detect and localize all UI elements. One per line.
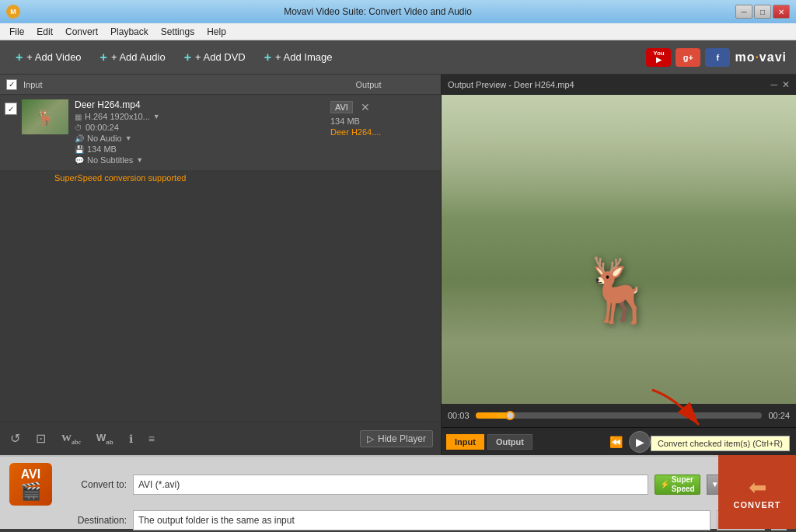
- file-audio: 🔊 No Audio ▼: [75, 134, 327, 143]
- audio-icon: 🔊: [75, 134, 84, 143]
- menu-bar: File Edit Convert Playback Settings Help: [0, 23, 796, 40]
- file-size: 💾 134 MB: [75, 144, 327, 154]
- preview-close-button[interactable]: ✕: [782, 79, 790, 90]
- file-format: ▦ H.264 1920x10... ▼: [75, 112, 327, 121]
- menu-settings[interactable]: Settings: [155, 25, 201, 39]
- menu-playback[interactable]: Playback: [104, 25, 155, 39]
- superspeed-label: SuperSpeed conversion supported: [0, 170, 441, 184]
- add-audio-button[interactable]: + + Add Audio: [94, 47, 172, 68]
- menu-file[interactable]: File: [3, 25, 30, 39]
- google-plus-button[interactable]: g+: [676, 48, 700, 67]
- time-end: 00:24: [768, 411, 790, 420]
- add-video-button[interactable]: + + Add Video: [9, 47, 88, 68]
- input-toggle-button[interactable]: Input: [446, 434, 484, 450]
- table-row: ✓ Deer H264.mp4 ▦ H.264 1920x10... ▼ ⏱ 0…: [0, 95, 441, 170]
- format-dropdown-arrow[interactable]: ▼: [153, 113, 160, 120]
- right-panel: Output Preview - Deer H264.mp4 ─ ✕ 🦌 00:…: [442, 75, 796, 455]
- clock-icon: ⏱: [75, 123, 82, 132]
- watermark-button[interactable]: Wabc: [59, 429, 83, 448]
- subtitle-dropdown-arrow[interactable]: ▼: [136, 156, 143, 164]
- info-button[interactable]: ℹ: [127, 430, 135, 447]
- output-format-badge: AVI: [330, 101, 353, 113]
- playback-controls: Input Output ⏪ ▶ ⏩ ⛶ 🔊: [442, 427, 796, 455]
- fog-overlay: [442, 95, 796, 218]
- facebook-button[interactable]: f: [705, 48, 730, 67]
- convert-button[interactable]: ⬅ CONVERT: [718, 455, 796, 529]
- video-frame: 🦌: [442, 95, 796, 404]
- rotate-button[interactable]: ↺: [8, 429, 23, 448]
- menu-convert[interactable]: Convert: [59, 25, 104, 39]
- file-name: Deer H264.mp4: [75, 99, 327, 110]
- timeline-bar[interactable]: [476, 412, 763, 419]
- menu-help[interactable]: Help: [201, 25, 232, 39]
- subtitle-button[interactable]: Wab: [94, 429, 116, 448]
- file-subtitles: 💬 No Subtitles ▼: [75, 155, 327, 165]
- rewind-button[interactable]: ⏪: [606, 432, 626, 452]
- preview-minimize-button[interactable]: ─: [770, 79, 777, 90]
- window-title: Movavi Video Suite: Convert Video and Au…: [20, 6, 735, 17]
- add-image-button[interactable]: + + Add Image: [258, 47, 339, 68]
- restore-button[interactable]: □: [754, 5, 771, 19]
- output-format-row: AVI ✕: [330, 99, 436, 115]
- minimize-button[interactable]: ─: [735, 5, 752, 19]
- input-column-label: Input: [23, 80, 318, 89]
- social-links: You ▶ g+ f mo·vavi: [646, 48, 787, 67]
- time-start: 00:03: [448, 411, 470, 420]
- add-video-label: + Add Video: [26, 51, 81, 63]
- bottom-toolbar: ↺ ⊡ Wabc Wab ℹ ≡ ▷ Hide Player: [0, 421, 441, 455]
- destination-input[interactable]: [133, 510, 710, 530]
- destination-label: Destination:: [65, 515, 127, 526]
- preview-header: Output Preview - Deer H264.mp4 ─ ✕: [442, 75, 796, 95]
- file-thumbnail: [22, 99, 68, 134]
- thumbnail-image: [22, 99, 68, 134]
- main-content: ✓ Input Output ✓ Deer H264.mp4 ▦ H.264 1…: [0, 75, 796, 455]
- convert-to-row: AVI 🎬 Convert to: ⚡ SuperSpeed ▼ Setting…: [9, 463, 787, 506]
- convert-to-input[interactable]: [133, 475, 648, 495]
- file-duration: ⏱ 00:00:24: [75, 123, 327, 132]
- plus-icon: +: [184, 50, 191, 64]
- subtitle-icon: 💬: [75, 156, 84, 165]
- output-column-label: Output: [318, 80, 419, 89]
- fullscreen-button[interactable]: ⛶: [748, 432, 768, 452]
- toolbar: + + Add Video + + Add Audio + + Add DVD …: [0, 40, 796, 75]
- play-icon: ▶: [636, 436, 644, 448]
- select-all-checkbox[interactable]: ✓: [6, 79, 17, 90]
- forward-button[interactable]: ⏩: [654, 432, 674, 452]
- window-controls: ─ □ ✕: [735, 5, 790, 19]
- volume-button[interactable]: 🔊: [771, 432, 791, 452]
- app-icon: M: [6, 5, 20, 19]
- size-icon: 💾: [75, 145, 84, 154]
- left-panel: ✓ Input Output ✓ Deer H264.mp4 ▦ H.264 1…: [0, 75, 442, 455]
- output-size: 134 MB: [330, 116, 436, 126]
- timeline-area: 00:03 00:24: [442, 404, 796, 427]
- preview-window-controls: ─ ✕: [770, 79, 790, 90]
- bottom-bar: AVI 🎬 Convert to: ⚡ SuperSpeed ▼ Setting…: [0, 455, 796, 529]
- file-list-header: ✓ Input Output: [0, 75, 441, 95]
- close-button[interactable]: ✕: [773, 5, 790, 19]
- timeline-thumb[interactable]: [505, 411, 515, 420]
- youtube-button[interactable]: You ▶: [646, 48, 671, 67]
- output-filename: Deer H264....: [330, 127, 436, 137]
- hide-player-icon: ▷: [367, 433, 374, 444]
- menu-edit[interactable]: Edit: [30, 25, 59, 39]
- remove-output-button[interactable]: ✕: [359, 99, 372, 115]
- superspeed-button[interactable]: ⚡ SuperSpeed: [655, 475, 700, 495]
- file-list: ✓ Deer H264.mp4 ▦ H.264 1920x10... ▼ ⏱ 0…: [0, 95, 441, 421]
- convert-button-label: CONVERT: [734, 500, 781, 509]
- plus-icon: +: [264, 50, 271, 64]
- audio-dropdown-arrow[interactable]: ▼: [125, 134, 132, 142]
- row-checkbox[interactable]: ✓: [5, 103, 17, 115]
- preview-video: 🦌: [442, 95, 796, 404]
- audio-settings-button[interactable]: ≡: [146, 430, 157, 447]
- output-toggle-button[interactable]: Output: [487, 434, 532, 450]
- add-dvd-button[interactable]: + + Add DVD: [178, 47, 252, 68]
- superspeed-icon: ⚡: [660, 480, 669, 489]
- convert-to-label: Convert to:: [65, 479, 127, 490]
- right-playback-controls: ⛶ 🔊: [748, 432, 791, 452]
- hide-player-button[interactable]: ▷ Hide Player: [360, 430, 433, 447]
- destination-row: Destination: Browse ▼: [9, 510, 787, 530]
- play-button[interactable]: ▶: [629, 431, 651, 453]
- crop-button[interactable]: ⊡: [33, 429, 48, 448]
- preview-title: Output Preview - Deer H264.mp4: [448, 80, 574, 89]
- plus-icon: +: [100, 50, 107, 64]
